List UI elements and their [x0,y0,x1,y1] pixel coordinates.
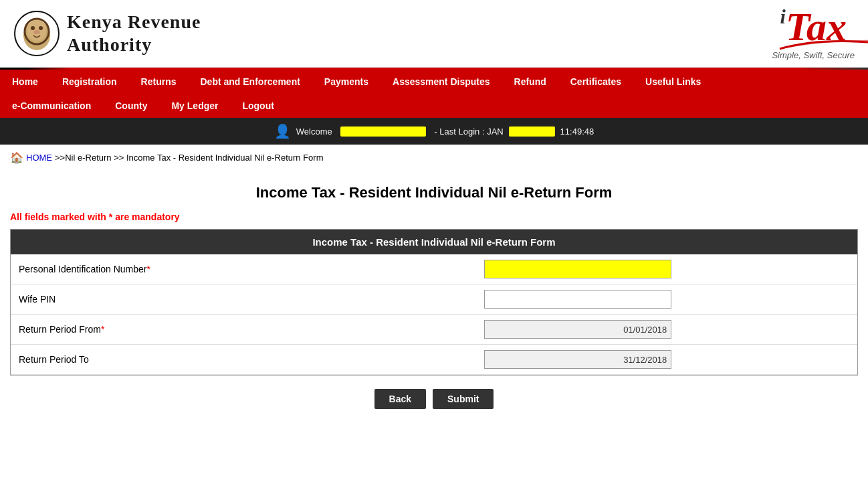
page-title: Income Tax - Resident Individual Nil e-R… [0,184,868,201]
user-avatar-icon: 👤 [274,123,291,139]
welcome-label: Welcome [296,127,332,137]
pin-input[interactable] [484,260,671,278]
nav-logout[interactable]: Logout [230,94,286,118]
nav-useful-links[interactable]: Useful Links [633,70,713,94]
welcome-bar: 👤 Welcome - Last Login : JAN 11:49:48 [0,118,868,145]
svg-point-4 [39,26,43,30]
nav-debt-enforcement[interactable]: Debt and Enforcement [189,70,312,94]
wife-pin-label: Wife PIN [11,284,476,315]
nav-row-2: e-Communication County My Ledger Logout [0,94,868,118]
svg-point-5 [33,30,40,34]
kra-name: Kenya Revenue Authority [67,11,201,56]
table-row: Return Period From* [11,315,857,345]
itax-logo: iTax Simple, Swift, Secure [772,7,855,60]
breadcrumb-home-link[interactable]: HOME [26,153,52,163]
nav-county[interactable]: County [103,94,159,118]
nav-registration[interactable]: Registration [50,70,129,94]
back-button[interactable]: Back [374,389,426,409]
table-row: Return Period To [11,345,857,375]
svg-point-3 [31,26,35,30]
user-name-redacted [340,127,427,137]
form-container: Income Tax - Resident Individual Nil e-R… [10,229,858,376]
table-row: Wife PIN [11,284,857,315]
nav-certificates[interactable]: Certificates [558,70,633,94]
kra-logo: Kenya Revenue Authority [13,10,201,57]
main-nav: Home Registration Returns Debt and Enfor… [0,70,868,118]
submit-button[interactable]: Submit [433,389,494,409]
breadcrumb-path: >>Nil e-Return >> Income Tax - Resident … [55,153,324,163]
last-login-label: - Last Login : JAN [434,127,503,137]
mandatory-note: All fields marked with * are mandatory [0,212,868,229]
nav-home[interactable]: Home [0,70,50,94]
form-header: Income Tax - Resident Individual Nil e-R… [11,230,857,254]
table-row: Personal Identification Number* [11,254,857,284]
wife-pin-input[interactable] [484,290,671,309]
nav-payments[interactable]: Payments [312,70,381,94]
return-period-from-input[interactable] [484,320,671,339]
form-table: Personal Identification Number* Wife PIN… [11,254,857,375]
nav-e-communication[interactable]: e-Communication [0,94,103,118]
button-row: Back Submit [0,389,868,409]
nav-assessment-disputes[interactable]: Assessment Disputes [381,70,502,94]
kra-logo-icon [13,10,60,57]
pin-label: Personal Identification Number* [11,254,476,284]
login-time: 11:49:48 [560,127,594,137]
return-period-to-input[interactable] [484,350,671,369]
page-header: Kenya Revenue Authority iTax Simple, Swi… [0,0,868,68]
return-period-from-label: Return Period From* [11,315,476,345]
breadcrumb: 🏠 HOME >>Nil e-Return >> Income Tax - Re… [0,145,868,171]
login-date-redacted [509,127,555,137]
nav-row-1: Home Registration Returns Debt and Enfor… [0,70,868,94]
return-period-to-label: Return Period To [11,345,476,375]
itax-swoosh [773,35,868,52]
nav-my-ledger[interactable]: My Ledger [159,94,230,118]
home-icon: 🏠 [10,151,23,164]
nav-returns[interactable]: Returns [129,70,189,94]
nav-refund[interactable]: Refund [502,70,558,94]
